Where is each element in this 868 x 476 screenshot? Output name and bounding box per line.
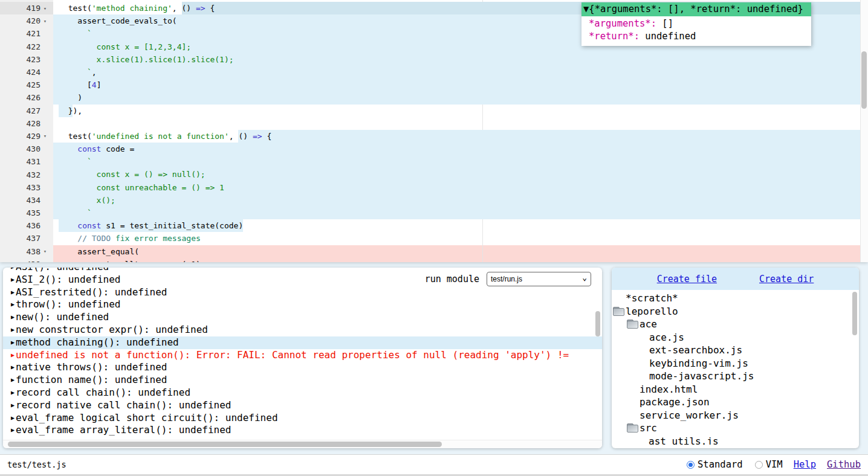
file-tree-item[interactable]: ast_utils.js — [612, 435, 851, 445]
test-result-row[interactable]: ▶eval_frame array_literal(): undefined — [3, 424, 602, 437]
expand-arrow-icon[interactable]: ▶ — [11, 364, 15, 370]
expand-arrow-icon[interactable]: ▶ — [11, 289, 15, 295]
value-inspector-tooltip[interactable]: ▼{*arguments*: [], *return*: undefined} … — [581, 2, 811, 46]
gutter-line-number[interactable]: 428 — [0, 117, 53, 130]
test-result-row[interactable]: ▶record call chain(): undefined — [3, 387, 602, 399]
test-result-row[interactable]: ▶native throws(): undefined — [3, 361, 602, 374]
gutter-line-number[interactable]: 421 — [0, 27, 53, 40]
file-tree-item[interactable]: package.json — [612, 396, 851, 409]
file-tree-item[interactable]: mode-javascript.js — [612, 370, 851, 383]
gutter-line-number[interactable]: 438 ▾ — [0, 245, 53, 258]
file-tree-item[interactable]: ace — [612, 318, 851, 331]
gutter-line-number[interactable]: 420 ▾ — [0, 14, 53, 27]
code-editor[interactable]: 419 ▾ 420 ▾ 421 422 423 424 425 42 — [0, 0, 868, 262]
test-result-row[interactable]: ▶new(): undefined — [3, 311, 602, 324]
gutter-line-number[interactable]: 422 — [0, 40, 53, 53]
files-vertical-scrollbar-thumb[interactable] — [852, 292, 857, 335]
radio-button-icon[interactable] — [755, 461, 763, 469]
output-vertical-scrollbar-thumb[interactable] — [595, 311, 600, 336]
code-line[interactable]: ` — [53, 207, 860, 219]
code-line[interactable]: [4] — [53, 79, 860, 91]
expand-arrow-icon[interactable]: ▶ — [11, 339, 15, 346]
code-line[interactable]: test('undefined is not a function', () =… — [53, 130, 860, 143]
tooltip-header[interactable]: ▼{*arguments*: [], *return*: undefined} — [581, 2, 811, 16]
code-line[interactable]: }), — [53, 105, 860, 117]
file-tree-item[interactable]: src — [612, 422, 851, 435]
gutter-line-number[interactable]: 429 ▾ — [0, 130, 53, 143]
expand-arrow-icon[interactable]: ▶ — [11, 426, 15, 433]
radio-button-icon[interactable] — [687, 461, 695, 469]
code-line[interactable]: assert_equal( — [53, 245, 860, 258]
test-result-row[interactable]: ▶eval_frame logical short circuit(): und… — [3, 412, 602, 425]
test-result-row[interactable]: ▶ASI_restrited(): undefined — [3, 286, 602, 299]
gutter-line-number[interactable]: 437 — [0, 232, 53, 245]
run-module-select[interactable]: test/run.js — [487, 272, 591, 286]
gutter-line-number[interactable]: 425 — [0, 79, 53, 91]
gutter-line-number[interactable]: 423 — [0, 53, 53, 66]
keybinding-option[interactable]: Standard — [687, 459, 743, 470]
code-line[interactable]: ) — [53, 91, 860, 104]
gutter-line-number[interactable]: 436 — [0, 219, 53, 232]
expand-arrow-icon[interactable]: ▶ — [11, 314, 15, 320]
gutter-line-number[interactable]: 435 — [0, 207, 53, 219]
output-horizontal-scrollbar[interactable] — [3, 440, 602, 448]
gutter-line-number[interactable]: 430 — [0, 143, 53, 155]
editor-vertical-scrollbar[interactable] — [860, 0, 868, 262]
file-tree-item[interactable]: keybinding-vim.js — [612, 357, 851, 370]
gutter-line-number[interactable]: 431 — [0, 155, 53, 168]
expand-arrow-icon[interactable]: ▶ — [11, 402, 15, 408]
fold-widget-icon[interactable]: ▾ — [40, 133, 50, 139]
test-result-row[interactable]: ▶undefined is not a function(): Error: F… — [3, 349, 602, 362]
fold-widget-icon[interactable]: ▾ — [40, 248, 50, 254]
test-result-row[interactable]: ▶record native call chain(): undefined — [3, 399, 602, 412]
test-result-row[interactable]: ▶throw(): undefined — [3, 298, 602, 311]
gutter-line-number[interactable]: 439 — [0, 258, 53, 262]
fold-widget-icon[interactable]: ▾ — [40, 5, 50, 11]
gutter-line-number[interactable]: 433 — [0, 181, 53, 194]
editor-scrollbar-thumb[interactable] — [861, 51, 867, 109]
file-tree-item[interactable]: service_worker.js — [612, 409, 851, 422]
fold-widget-icon[interactable]: ▾ — [40, 18, 50, 24]
code-line[interactable]: // TODO fix error messages — [53, 232, 860, 245]
gutter-line-number[interactable]: 426 — [0, 91, 53, 104]
test-result-row[interactable]: ▶function name(): undefined — [3, 374, 602, 387]
status-link[interactable]: Github — [827, 459, 861, 470]
expand-arrow-icon[interactable]: ▶ — [11, 268, 15, 270]
create-dir-link[interactable]: Create dir — [759, 274, 814, 285]
file-tree-item[interactable]: ext-searchbox.js — [612, 344, 851, 357]
code-line[interactable] — [53, 117, 860, 130]
keybinding-option[interactable]: VIM — [755, 459, 783, 470]
expand-arrow-icon[interactable]: ▶ — [11, 414, 15, 421]
expand-arrow-icon[interactable]: ▶ — [11, 352, 15, 358]
output-horizontal-scrollbar-thumb[interactable] — [8, 442, 442, 447]
file-tree-item[interactable]: index.html — [612, 383, 851, 396]
test-result-row[interactable]: ▶method chaining(): undefined — [3, 336, 602, 349]
gutter-line-number[interactable]: 424 — [0, 66, 53, 79]
file-tree-item[interactable]: leporello — [612, 305, 851, 318]
create-file-link[interactable]: Create file — [657, 274, 717, 285]
tooltip-property-row[interactable]: *return*: undefined — [581, 30, 811, 43]
code-line[interactable]: const unreachable = () => 1 — [53, 181, 860, 194]
file-tree-item[interactable]: *scratch* — [612, 292, 851, 305]
expand-arrow-icon[interactable]: ▶ — [11, 276, 15, 283]
expand-arrow-icon[interactable]: ▶ — [11, 301, 15, 307]
code-line[interactable]: ` — [53, 155, 860, 168]
file-tree-item[interactable]: ace.js — [612, 331, 851, 344]
gutter-line-number[interactable]: 434 — [0, 194, 53, 207]
code-line[interactable]: `, — [53, 66, 860, 79]
code-line[interactable]: x.slice(1).slice(1).slice(1); — [53, 53, 860, 66]
code-line[interactable]: x(); — [53, 194, 860, 207]
gutter-line-number[interactable]: 427 — [0, 105, 53, 117]
tooltip-property-row[interactable]: *arguments*: [] — [581, 18, 811, 30]
expand-arrow-icon[interactable]: ▶ — [11, 326, 15, 333]
code-line[interactable]: const calltree = ...(s1) — [53, 258, 860, 262]
gutter-line-number[interactable]: 432 — [0, 168, 53, 181]
gutter-line-number[interactable]: 419 ▾ — [0, 2, 53, 14]
code-line[interactable]: const x = () => null(); — [53, 168, 860, 181]
status-link[interactable]: Help — [794, 459, 816, 470]
expand-arrow-icon[interactable]: ▶ — [11, 389, 15, 396]
code-line[interactable]: const s1 = test_initial_state(code) — [53, 219, 860, 232]
expand-arrow-icon[interactable]: ▶ — [11, 376, 15, 383]
test-result-row[interactable]: ▶new constructor expr(): undefined — [3, 324, 602, 336]
code-line[interactable]: const code = — [53, 143, 860, 155]
